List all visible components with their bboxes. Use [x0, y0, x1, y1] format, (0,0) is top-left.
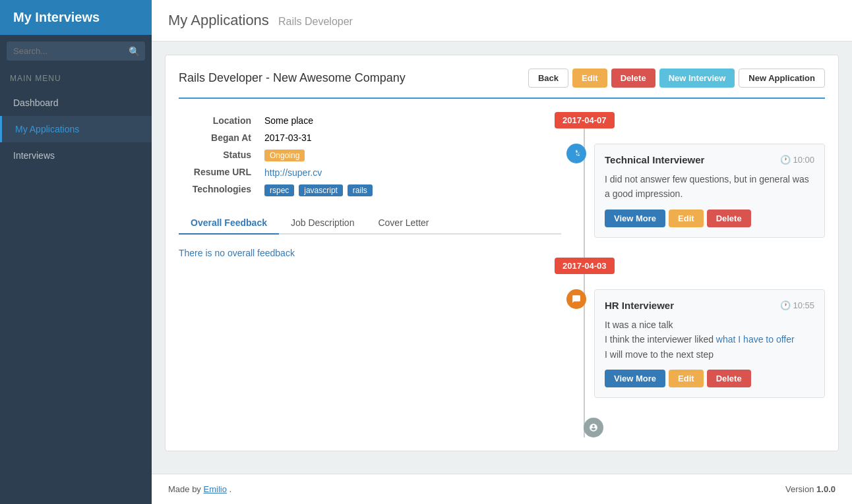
- status-badge: Ongoing: [264, 150, 305, 161]
- tab-job-description[interactable]: Job Description: [279, 212, 367, 235]
- sidebar-item-dashboard[interactable]: Dashboard: [0, 90, 152, 116]
- sidebar-item-applications[interactable]: My Applications: [0, 116, 152, 142]
- left-panel: Location Began At Status Resume URL Tech…: [179, 112, 561, 437]
- card-actions: Back Edit Delete New Interview New Appli…: [528, 69, 825, 88]
- right-panel: 2017-04-07 Technical Interviewer 🕐 10:00: [574, 112, 825, 437]
- interview-card-header-2: HR Interviewer 🕐 10:55: [605, 300, 814, 311]
- timeline-item-2: HR Interviewer 🕐 10:55 It was a nice tal…: [594, 289, 825, 398]
- sidebar-search-area: 🔍: [0, 35, 152, 67]
- timeline-date-1: 2017-04-07: [574, 112, 825, 138]
- date-badge-1: 2017-04-07: [555, 112, 615, 128]
- search-input[interactable]: [7, 42, 145, 61]
- view-more-button-1[interactable]: View More: [605, 210, 665, 227]
- technologies-value: rspec javascript rails: [264, 181, 375, 199]
- delete-interview-button-2[interactable]: Delete: [707, 370, 751, 387]
- page-header: My Applications Rails Developer: [152, 0, 852, 42]
- resume-url-value: http://super.cv: [264, 164, 375, 181]
- tech-badge-rspec: rspec: [264, 184, 294, 196]
- began-at-value: 2017-03-31: [264, 129, 375, 146]
- edit-interview-button-1[interactable]: Edit: [669, 210, 704, 227]
- footer-version: Version 1.0.0: [785, 484, 836, 494]
- interview-actions-2: View More Edit Delete: [605, 370, 814, 387]
- delete-interview-button-1[interactable]: Delete: [707, 210, 751, 227]
- location-label: Location: [179, 112, 251, 129]
- content-area: Rails Developer - New Awesome Company Ba…: [152, 42, 852, 474]
- status-label: Status: [179, 146, 251, 163]
- tab-cover-letter[interactable]: Cover Letter: [366, 212, 441, 235]
- tech-badge-rails: rails: [348, 184, 373, 196]
- edit-button[interactable]: Edit: [572, 69, 607, 88]
- card-header: Rails Developer - New Awesome Company Ba…: [179, 69, 825, 99]
- details-values: Some place 2017-03-31 Ongoing http://sup…: [264, 112, 375, 199]
- interview-type-2: HR Interviewer: [605, 300, 674, 311]
- technologies-label: Technologies: [179, 181, 251, 198]
- resume-url-label: Resume URL: [179, 163, 251, 181]
- interview-time-2: 🕐 10:55: [780, 300, 814, 310]
- footer-made-by: Made by Emilio .: [168, 484, 231, 494]
- edit-interview-button-2[interactable]: Edit: [669, 370, 704, 387]
- sidebar: My Interviews 🔍 Main Menu Dashboard My A…: [0, 0, 152, 504]
- details-section: Location Began At Status Resume URL Tech…: [179, 112, 561, 199]
- interview-body-1: I did not answer few questions, but in g…: [605, 172, 814, 202]
- sidebar-item-interviews[interactable]: Interviews: [0, 142, 152, 169]
- feedback-line-2: I think the interviewer liked what I hav…: [605, 332, 814, 347]
- main-layout: Location Began At Status Resume URL Tech…: [179, 112, 825, 437]
- sidebar-title-interviews: Interviews: [32, 10, 100, 24]
- sidebar-section-label: Main Menu: [0, 67, 152, 90]
- location-value: Some place: [264, 112, 375, 129]
- search-icon: 🔍: [129, 46, 140, 57]
- interview-card-header-1: Technical Interviewer 🕐 10:00: [605, 154, 814, 165]
- sidebar-header: My Interviews: [0, 0, 152, 35]
- page-title: My Applications: [168, 12, 269, 28]
- page-subtitle: Rails Developer: [278, 16, 353, 27]
- back-button[interactable]: Back: [528, 69, 568, 88]
- interview-body-2: It was a nice talk I think the interview…: [605, 318, 814, 362]
- feedback-line-3: I will move to the next step: [605, 347, 814, 362]
- details-labels: Location Began At Status Resume URL Tech…: [179, 112, 251, 199]
- main-card: Rails Developer - New Awesome Company Ba…: [165, 55, 839, 451]
- main-content: My Applications Rails Developer Rails De…: [152, 0, 852, 504]
- interview-card-2: HR Interviewer 🕐 10:55 It was a nice tal…: [594, 289, 825, 398]
- sidebar-title-my: My: [13, 10, 32, 24]
- timeline-item-1: Technical Interviewer 🕐 10:00 I did not …: [594, 144, 825, 238]
- timeline-icon-1: [566, 144, 586, 163]
- status-value: Ongoing: [264, 146, 375, 164]
- new-application-button[interactable]: New Application: [739, 69, 825, 88]
- timeline-date-2: 2017-04-03: [574, 258, 825, 284]
- timeline-icon-2: [566, 289, 586, 309]
- timeline: 2017-04-07 Technical Interviewer 🕐 10:00: [574, 112, 825, 437]
- delete-button[interactable]: Delete: [611, 69, 655, 88]
- tab-overall-feedback[interactable]: Overall Feedback: [179, 212, 279, 235]
- timeline-end-icon: [584, 418, 603, 437]
- footer: Made by Emilio . Version 1.0.0: [152, 474, 852, 504]
- no-feedback-message: There is no overall feedback: [179, 244, 561, 262]
- footer-author-link[interactable]: Emilio: [204, 484, 227, 494]
- footer-version-number: 1.0.0: [816, 484, 836, 494]
- resume-url-link[interactable]: http://super.cv: [264, 167, 322, 178]
- interview-time-1: 🕐 10:00: [780, 155, 814, 165]
- interview-actions-1: View More Edit Delete: [605, 210, 814, 227]
- tech-badge-javascript: javascript: [299, 184, 343, 196]
- new-interview-button[interactable]: New Interview: [659, 69, 735, 88]
- interview-type-1: Technical Interviewer: [605, 154, 704, 165]
- view-more-button-2[interactable]: View More: [605, 370, 665, 387]
- began-at-label: Began At: [179, 129, 251, 146]
- timeline-end: [584, 418, 825, 437]
- date-badge-2: 2017-04-03: [555, 258, 615, 274]
- tabs: Overall Feedback Job Description Cover L…: [179, 212, 561, 235]
- card-title: Rails Developer - New Awesome Company: [179, 71, 406, 85]
- feedback-line-1: It was a nice talk: [605, 318, 814, 332]
- interview-card-1: Technical Interviewer 🕐 10:00 I did not …: [594, 144, 825, 238]
